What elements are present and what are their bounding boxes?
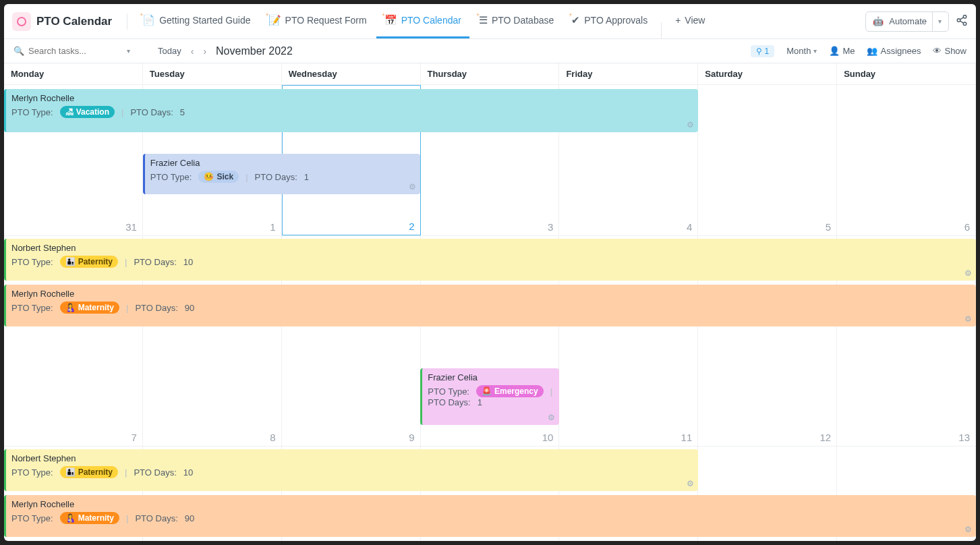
pto-days-value: 5 [180,107,185,117]
date-number: 8 [270,432,275,443]
checklist-icon: +✔ [571,14,580,26]
gear-icon[interactable]: ⚙ [964,314,972,324]
pto-event-maternity[interactable]: Merlyn Rochelle PTO Type: 🤱Maternity | P… [4,495,976,537]
chevron-down-icon[interactable]: ▾ [127,47,130,55]
pto-days-label: PTO Days: [428,397,470,407]
date-number: 11 [681,432,693,443]
pto-days-label: PTO Days: [134,257,176,267]
pto-type-badge: 👨‍👦Paternity [60,466,118,478]
pto-days-value: 10 [183,257,193,267]
page-title: PTO Calendar [36,15,112,28]
filter-count: 1 [765,47,770,56]
plus-icon: + [675,15,681,26]
svg-point-2 [963,22,967,26]
today-button[interactable]: Today [158,46,181,56]
tab-calendar[interactable]: +📅 PTO Calendar [376,4,469,38]
pto-type-badge: 🚨Emergency [476,385,544,397]
tab-label: PTO Database [492,15,554,26]
tab-label: PTO Calendar [401,15,461,26]
tab-database[interactable]: +☰ PTO Database [471,4,562,38]
day-header: Friday [559,63,698,85]
pto-event-maternity[interactable]: Merlyn Rochelle PTO Type: 🤱Maternity | P… [4,285,976,326]
date-number: 10 [542,432,554,443]
tab-label: PTO Request Form [285,15,367,26]
topbar: PTO Calendar +📄 Getting Started Guide +📝… [4,4,976,39]
pto-type-label: PTO Type: [428,386,469,397]
svg-point-1 [957,18,960,22]
event-title: Frazier Celia [150,158,415,168]
date-number: 9 [409,432,414,443]
pto-days-value: 90 [185,513,194,523]
pto-type-label: PTO Type: [11,303,53,313]
divider [127,13,127,30]
tab-getting-started[interactable]: +📄 Getting Started Guide [134,4,258,38]
pto-days-label: PTO Days: [130,107,173,117]
gear-icon[interactable]: ⚙ [409,182,416,192]
filter-chip[interactable]: ⚲ 1 [751,45,775,57]
pto-event-sick[interactable]: Frazier Celia PTO Type: 🤒Sick | PTO Days… [143,154,421,194]
pto-event-paternity[interactable]: Norbert Stephen PTO Type: 👨‍👦Paternity |… [4,239,976,281]
day-header: Monday [4,63,143,85]
gear-icon[interactable]: ⚙ [687,479,694,488]
pto-event-emergency[interactable]: Frazier Celia PTO Type: 🚨Emergency | PTO… [420,368,559,425]
share-icon[interactable] [956,14,968,29]
day-header: Tuesday [143,63,282,85]
assignees-filter[interactable]: 👥 Assignees [867,46,921,56]
pto-days-label: PTO Days: [135,303,177,313]
date-number: 1 [270,221,275,233]
svg-point-0 [963,15,967,18]
tab-approvals[interactable]: +✔ PTO Approvals [563,4,656,38]
date-number: 7 [132,432,137,443]
calendar-week: 7 8 9 10 11 12 13 Norbert Stephen PTO Ty… [4,236,976,447]
pto-days-value: 10 [183,467,193,478]
date-number: 5 [826,221,831,233]
event-title: Merlyn Rochelle [11,289,971,299]
pto-type-badge: 🤱Maternity [60,512,119,524]
search-wrap: 🔍 ▾ [13,46,148,56]
divider [661,22,662,38]
event-title: Merlyn Rochelle [11,499,971,509]
date-number: 4 [687,221,692,233]
tab-label: PTO Approvals [584,15,647,26]
calendar-day-headers: Monday Tuesday Wednesday Thursday Friday… [4,63,976,85]
pto-event-vacation[interactable]: Merlyn Rochelle PTO Type: 🏖Vacation | PT… [4,89,698,132]
gear-icon[interactable]: ⚙ [548,413,555,422]
pto-type-badge: 🤱Maternity [60,302,119,314]
view-mode-select[interactable]: Month ▾ [786,46,817,56]
event-title: Norbert Stephen [11,243,971,253]
gear-icon[interactable]: ⚙ [964,525,972,534]
show-menu[interactable]: 👁 Show [933,46,967,56]
date-number: 13 [958,432,970,443]
gear-icon[interactable]: ⚙ [964,268,972,278]
date-number: 6 [964,221,970,233]
date-number: 31 [125,221,137,233]
tab-request-form[interactable]: +📝 PTO Request Form [260,4,375,38]
pto-type-label: PTO Type: [11,107,53,117]
search-input[interactable] [28,46,123,56]
toolbar: 🔍 ▾ Today ‹ › November 2022 ⚲ 1 Month ▾ … [4,39,976,63]
pto-days-value: 1 [304,172,309,182]
automate-button[interactable]: 🤖 Automate ▾ [865,11,949,32]
prev-month-button[interactable]: ‹ [191,46,194,57]
calendar-cell[interactable]: 5 [698,85,837,235]
next-month-button[interactable]: › [203,46,206,57]
form-icon: +📝 [268,14,281,26]
tab-label: Getting Started Guide [159,15,250,26]
day-header: Sunday [837,63,976,85]
person-icon: 👤 [829,46,840,56]
calendar-cell[interactable]: 6 [837,85,976,235]
pto-event-paternity[interactable]: Norbert Stephen PTO Type: 👨‍👦Paternity |… [4,449,698,491]
calendar-body[interactable]: 31 1 2 3 4 5 6 Merlyn Rochelle PTO Type:… [4,85,976,541]
add-view-label: View [685,15,705,26]
calendar-week: Norbert Stephen PTO Type: 👨‍👦Paternity |… [4,447,976,541]
calendar-icon: +📅 [384,14,397,26]
pto-type-label: PTO Type: [150,172,192,182]
eye-icon: 👁 [933,46,942,56]
me-filter[interactable]: 👤 Me [829,46,855,56]
pto-type-badge: 🤒Sick [198,171,239,183]
add-view-button[interactable]: + View [667,4,713,38]
calendar-week: 31 1 2 3 4 5 6 Merlyn Rochelle PTO Type:… [4,85,976,236]
gear-icon[interactable]: ⚙ [687,120,694,130]
date-number: 3 [548,221,553,233]
app-logo [12,12,31,31]
